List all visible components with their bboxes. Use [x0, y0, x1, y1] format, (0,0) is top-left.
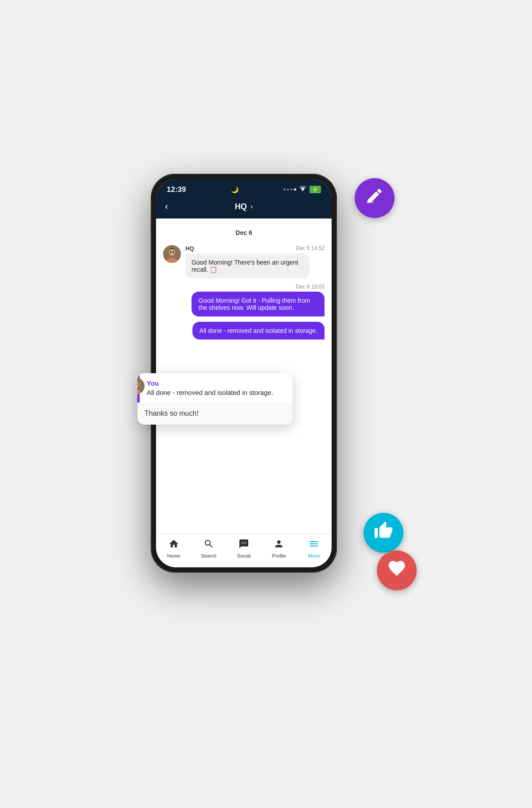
svg-point-2	[169, 249, 175, 256]
signal-dot-1	[283, 188, 286, 191]
message-received-1: HQ Dec 6 14:52 Good Morning! There's bee…	[163, 245, 325, 278]
tooltip-popup: You All done - removed and isolated in s…	[137, 373, 293, 425]
home-icon	[168, 539, 179, 552]
signal-dot-4	[294, 188, 296, 191]
signal-dot-2	[287, 188, 289, 191]
msg-time-sent-1: Dec 6 15:03	[296, 284, 325, 290]
status-icons: ⚡	[283, 186, 321, 193]
tooltip-reply: Thanks so much!	[137, 402, 293, 425]
tab-menu[interactable]: Menu	[297, 539, 332, 558]
fab-compose-button[interactable]	[355, 178, 395, 218]
msg-bubble-sent-2: All done - removed and isolated in stora…	[192, 322, 325, 340]
tooltip-author: You	[147, 379, 286, 387]
tab-bar: Home Search Social	[156, 534, 332, 567]
status-bar: 12:39 🌙	[156, 179, 332, 198]
tab-home-label: Home	[167, 553, 180, 558]
msg-time-1: Dec 6 14:52	[296, 245, 325, 252]
tooltip-quoted-text: All done - removed and isolated in stora…	[147, 389, 286, 396]
tab-home[interactable]: Home	[156, 539, 191, 558]
message-sent-2: All done - removed and isolated in stora…	[163, 322, 325, 340]
battery-icon: ⚡	[309, 186, 321, 193]
fab-thumbsup-button[interactable]	[364, 513, 403, 553]
profile-icon	[274, 539, 284, 552]
tab-profile[interactable]: Profile	[262, 539, 297, 558]
tab-search[interactable]: Search	[191, 539, 226, 558]
msg-sender-1: HQ	[185, 245, 194, 252]
tab-social[interactable]: Social	[226, 539, 261, 558]
nav-header: ‹ HQ ›	[156, 198, 332, 219]
msg-content-1: HQ Dec 6 14:52 Good Morning! There's bee…	[185, 245, 325, 278]
social-icon	[239, 539, 249, 552]
tooltip-quote: You All done - removed and isolated in s…	[137, 373, 293, 402]
back-button[interactable]: ‹	[165, 201, 168, 212]
search-icon	[203, 539, 214, 552]
menu-icon	[309, 539, 319, 552]
status-time: 12:39	[167, 185, 186, 194]
tab-profile-label: Profile	[272, 553, 286, 558]
tab-menu-label: Menu	[308, 553, 321, 558]
fab-heart-button[interactable]	[377, 550, 417, 590]
svg-point-4	[170, 251, 172, 253]
svg-rect-0	[366, 201, 374, 203]
avatar-hq	[163, 245, 181, 263]
svg-point-5	[173, 251, 174, 253]
msg-bubble-sent-1: Good Morning! Got it - Pulling them from…	[192, 292, 325, 316]
moon-icon: 🌙	[231, 186, 239, 193]
thumbsup-icon	[374, 521, 393, 544]
nav-chevron-icon: ›	[250, 203, 253, 211]
scene: 12:39 🌙	[151, 174, 381, 635]
msg-meta-1: HQ Dec 6 14:52	[185, 245, 325, 252]
message-sent-1: Dec 6 15:03 Good Morning! Got it - Pulli…	[163, 284, 325, 316]
nav-title: HQ ›	[235, 202, 253, 211]
tab-social-label: Social	[237, 553, 250, 558]
msg-bubble-1: Good Morning! There's been an urgent rec…	[185, 254, 309, 278]
heart-icon	[387, 558, 407, 582]
tab-search-label: Search	[201, 553, 216, 558]
wifi-icon	[299, 186, 307, 193]
signal-dots	[283, 188, 296, 191]
compose-icon	[365, 187, 384, 209]
date-divider: Dec 6	[163, 229, 325, 236]
signal-dot-3	[290, 188, 293, 191]
